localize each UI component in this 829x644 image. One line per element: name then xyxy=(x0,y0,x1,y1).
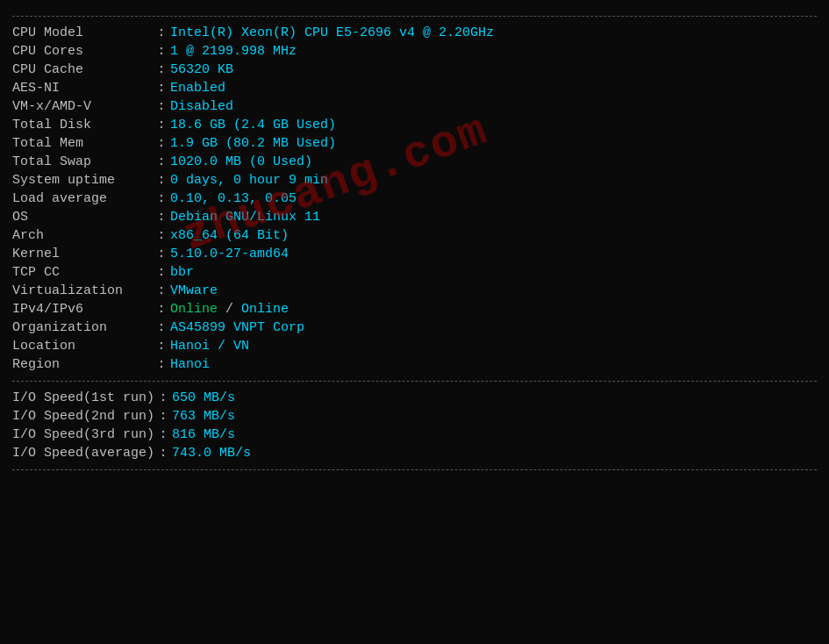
system-info-row: Organization:AS45899 VNPT Corp xyxy=(12,318,817,337)
system-info-value: 0 days, 0 hour 9 min xyxy=(170,171,817,190)
system-info-value: Enabled xyxy=(170,79,817,97)
system-info-value: Online / Online xyxy=(170,300,817,318)
system-info-label: CPU Cache xyxy=(12,61,153,79)
system-info-colon: : xyxy=(153,79,170,97)
system-info-colon: : xyxy=(153,97,170,116)
system-info-colon: : xyxy=(153,208,170,226)
system-info-colon: : xyxy=(153,190,170,208)
io-info-row: I/O Speed(1st run):650 MB/s xyxy=(12,389,817,407)
system-info-label: Load average xyxy=(12,190,153,208)
io-info-colon: : xyxy=(154,426,172,444)
system-info-label: AES-NI xyxy=(12,79,153,97)
io-info-value: 650 MB/s xyxy=(172,389,817,407)
system-info-value: x86_64 (64 Bit) xyxy=(170,226,817,245)
system-info-row: Region:Hanoi xyxy=(12,355,817,374)
system-info-row: Location:Hanoi / VN xyxy=(12,337,817,355)
system-info-value: 1.9 GB (80.2 MB Used) xyxy=(170,134,817,153)
system-info-colon: : xyxy=(153,263,170,282)
system-info-row: OS:Debian GNU/Linux 11 xyxy=(12,208,817,226)
system-info-row: VM-x/AMD-V:Disabled xyxy=(12,97,817,116)
top-divider xyxy=(12,16,817,17)
system-info-label: CPU Model xyxy=(12,24,153,42)
io-info-row: I/O Speed(average):743.0 MB/s xyxy=(12,444,817,462)
system-info-colon: : xyxy=(153,153,170,171)
system-info-row: CPU Model:Intel(R) Xeon(R) CPU E5-2696 v… xyxy=(12,24,817,42)
system-info-row: Kernel:5.10.0-27-amd64 xyxy=(12,245,817,263)
system-info-colon: : xyxy=(153,134,170,153)
system-info-colon: : xyxy=(153,355,170,374)
system-info-value: AS45899 VNPT Corp xyxy=(170,318,817,337)
system-info-row: Total Disk:18.6 GB (2.4 GB Used) xyxy=(12,116,817,134)
io-info-label: I/O Speed(2nd run) xyxy=(12,407,154,426)
system-info-row: AES-NI:Enabled xyxy=(12,79,817,97)
system-info-row: Total Swap:1020.0 MB (0 Used) xyxy=(12,153,817,171)
system-info-row: Load average:0.10, 0.13, 0.05 xyxy=(12,190,817,208)
system-info-label: Kernel xyxy=(12,245,153,263)
io-info-value: 763 MB/s xyxy=(172,407,817,426)
system-info-colon: : xyxy=(153,171,170,190)
system-info-colon: : xyxy=(153,61,170,79)
system-info-colon: : xyxy=(153,245,170,263)
system-info-value: 1020.0 MB (0 Used) xyxy=(170,153,817,171)
system-info-colon: : xyxy=(153,42,170,61)
system-info-colon: : xyxy=(153,226,170,245)
system-info-colon: : xyxy=(153,24,170,42)
system-info-label: IPv4/IPv6 xyxy=(12,300,153,318)
system-info-label: Arch xyxy=(12,226,153,245)
bottom-divider xyxy=(12,469,817,470)
system-info-label: CPU Cores xyxy=(12,42,153,61)
system-info-row: Arch:x86_64 (64 Bit) xyxy=(12,226,817,245)
system-info-colon: : xyxy=(153,116,170,134)
io-info-value: 816 MB/s xyxy=(172,426,817,444)
system-info-value: Debian GNU/Linux 11 xyxy=(170,208,817,226)
io-info-row: I/O Speed(3rd run):816 MB/s xyxy=(12,426,817,444)
system-info-value: Intel(R) Xeon(R) CPU E5-2696 v4 @ 2.20GH… xyxy=(170,24,817,42)
middle-divider xyxy=(12,381,817,382)
system-info-row: TCP CC:bbr xyxy=(12,263,817,282)
system-info-colon: : xyxy=(153,318,170,337)
io-info-label: I/O Speed(average) xyxy=(12,444,154,462)
system-info-row: IPv4/IPv6:Online / Online xyxy=(12,300,817,318)
system-info-table: CPU Model:Intel(R) Xeon(R) CPU E5-2696 v… xyxy=(12,24,817,374)
system-info-value: bbr xyxy=(170,263,817,282)
system-info-label: Total Swap xyxy=(12,153,153,171)
system-info-value: 18.6 GB (2.4 GB Used) xyxy=(170,116,817,134)
system-info-row: CPU Cache:56320 KB xyxy=(12,61,817,79)
system-info-value: Hanoi xyxy=(170,355,817,374)
io-info-colon: : xyxy=(154,389,172,407)
system-info-colon: : xyxy=(153,282,170,300)
io-info-label: I/O Speed(1st run) xyxy=(12,389,154,407)
system-info-value: 5.10.0-27-amd64 xyxy=(170,245,817,263)
system-info-colon: : xyxy=(153,337,170,355)
system-info-label: Total Disk xyxy=(12,116,153,134)
system-info-label: OS xyxy=(12,208,153,226)
system-info-value: 0.10, 0.13, 0.05 xyxy=(170,190,817,208)
system-info-label: Organization xyxy=(12,318,153,337)
system-info-row: CPU Cores:1 @ 2199.998 MHz xyxy=(12,42,817,61)
system-info-value: Hanoi / VN xyxy=(170,337,817,355)
system-info-label: Location xyxy=(12,337,153,355)
system-info-value: 56320 KB xyxy=(170,61,817,79)
system-info-label: Region xyxy=(12,355,153,374)
io-info-colon: : xyxy=(154,444,172,462)
system-info-row: Total Mem:1.9 GB (80.2 MB Used) xyxy=(12,134,817,153)
system-info-label: Virtualization xyxy=(12,282,153,300)
system-info-value: 1 @ 2199.998 MHz xyxy=(170,42,817,61)
io-info-colon: : xyxy=(154,407,172,426)
system-info-label: System uptime xyxy=(12,171,153,190)
system-info-value: Disabled xyxy=(170,97,817,116)
system-info-label: TCP CC xyxy=(12,263,153,282)
system-info-label: VM-x/AMD-V xyxy=(12,97,153,116)
system-info-colon: : xyxy=(153,300,170,318)
io-info-row: I/O Speed(2nd run):763 MB/s xyxy=(12,407,817,426)
io-info-value: 743.0 MB/s xyxy=(172,444,817,462)
system-info-value: VMware xyxy=(170,282,817,300)
io-info-label: I/O Speed(3rd run) xyxy=(12,426,154,444)
system-info-row: Virtualization:VMware xyxy=(12,282,817,300)
system-info-row: System uptime:0 days, 0 hour 9 min xyxy=(12,171,817,190)
system-info-label: Total Mem xyxy=(12,134,153,153)
io-info-table: I/O Speed(1st run):650 MB/sI/O Speed(2nd… xyxy=(12,389,817,462)
